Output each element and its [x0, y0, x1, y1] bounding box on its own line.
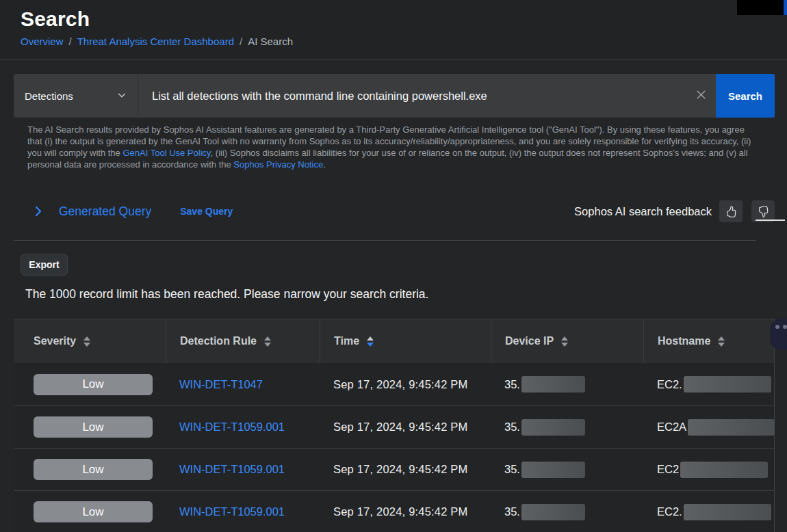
sophos-privacy-notice-link[interactable]: Sophos Privacy Notice	[233, 159, 323, 170]
device-ip-prefix: 35.	[504, 378, 520, 391]
section-divider	[14, 240, 756, 241]
column-header-hostname[interactable]: Hostname	[643, 319, 775, 363]
device-ip-cell: 35.	[491, 419, 643, 436]
generated-query-row: Generated Query Save Query Sophos AI sea…	[33, 200, 775, 222]
table-body: Low WIN-DET-T1047 Sep 17, 2024, 9:45:42 …	[14, 363, 774, 532]
blue-strip	[784, 0, 787, 15]
time-cell: Sep 17, 2024, 9:45:42 PM	[320, 421, 491, 434]
detection-rule-cell: WIN-DET-T1059.001	[166, 505, 320, 518]
thumbs-up-button[interactable]	[719, 200, 743, 222]
severity-cell: Low	[14, 416, 166, 438]
ai-disclaimer: The AI Search results provided by Sophos…	[27, 124, 761, 170]
disclaimer-text: .	[323, 159, 326, 170]
severity-badge: Low	[34, 416, 153, 438]
generated-query-toggle[interactable]: Generated Query	[59, 204, 151, 219]
redacted-box	[684, 504, 771, 520]
table-row: Low WIN-DET-T1059.001 Sep 17, 2024, 9:45…	[14, 448, 774, 490]
x-icon	[695, 89, 707, 103]
record-limit-message: The 1000 record limit has been reached. …	[25, 287, 787, 302]
table-header-row: Severity Detection Rule Time Device IP H…	[14, 319, 774, 363]
sort-desc-icon	[367, 336, 374, 347]
severity-badge: Low	[34, 501, 153, 522]
device-ip-prefix: 35.	[504, 421, 520, 434]
chevron-right-icon[interactable]	[33, 206, 44, 217]
severity-cell: Low	[14, 501, 166, 522]
search-button[interactable]: Search	[716, 74, 775, 118]
column-header-time[interactable]: Time	[320, 319, 491, 363]
device-ip-prefix: 35.	[504, 505, 520, 518]
top-right-overlay	[737, 0, 787, 15]
feedback-group: Sophos AI search feedback	[574, 200, 775, 222]
hostname-prefix: EC2.	[657, 505, 682, 518]
detection-rule-link[interactable]: WIN-DET-T1059.001	[179, 463, 285, 475]
time-cell: Sep 17, 2024, 9:45:42 PM	[320, 463, 491, 476]
detection-rule-cell: WIN-DET-T1059.001	[166, 463, 320, 476]
column-label: Device IP	[505, 335, 554, 347]
sort-icon	[83, 336, 90, 347]
table-row: Low WIN-DET-T1059.001 Sep 17, 2024, 9:45…	[14, 405, 774, 448]
dot-icon	[783, 325, 787, 329]
detection-rule-link[interactable]: WIN-DET-T1059.001	[179, 505, 285, 518]
device-ip-prefix: 35.	[504, 463, 520, 476]
device-ip-cell: 35.	[491, 462, 643, 478]
export-button[interactable]: Export	[21, 254, 68, 276]
breadcrumb-link-overview[interactable]: Overview	[21, 36, 64, 47]
dot-icon	[775, 325, 779, 329]
page-header: Search Overview / Threat Analysis Center…	[0, 0, 787, 60]
breadcrumb-link-threat-analysis-center[interactable]: Threat Analysis Center Dashboard	[77, 36, 234, 47]
hostname-cell: EC2.	[643, 504, 775, 520]
search-input[interactable]	[138, 74, 686, 118]
detection-rule-cell: WIN-DET-T1047	[166, 378, 320, 391]
white-line-artifact	[756, 220, 785, 221]
time-cell: Sep 17, 2024, 9:45:42 PM	[320, 505, 491, 518]
redacted-box	[521, 462, 585, 478]
chevron-down-icon	[117, 90, 127, 102]
table-row: Low WIN-DET-T1047 Sep 17, 2024, 9:45:42 …	[14, 363, 774, 405]
column-label: Time	[334, 335, 359, 347]
redacted-box	[521, 504, 585, 520]
severity-badge: Low	[34, 374, 153, 395]
search-category-select[interactable]: Detections	[14, 74, 138, 118]
column-label: Hostname	[658, 335, 710, 347]
hostname-prefix: EC2.	[657, 378, 682, 391]
results-table: Severity Detection Rule Time Device IP H…	[14, 319, 775, 532]
thumbs-up-icon	[725, 206, 737, 217]
search-bar: Detections Search	[14, 74, 775, 118]
device-ip-cell: 35.	[491, 376, 643, 393]
sort-icon	[561, 336, 568, 347]
detection-rule-link[interactable]: WIN-DET-T1047	[179, 378, 263, 390]
feedback-label: Sophos AI search feedback	[574, 205, 712, 218]
redacted-box	[688, 419, 775, 436]
breadcrumb-separator: /	[240, 36, 242, 47]
column-header-severity[interactable]: Severity	[14, 319, 166, 363]
sort-icon	[718, 336, 725, 347]
table-row: Low WIN-DET-T1059.001 Sep 17, 2024, 9:45…	[14, 490, 774, 532]
breadcrumb-separator: /	[69, 36, 72, 47]
detection-rule-link[interactable]: WIN-DET-T1059.001	[179, 421, 285, 433]
page-title: Search	[21, 8, 787, 31]
device-ip-cell: 35.	[491, 504, 643, 520]
column-label: Detection Rule	[180, 335, 257, 347]
severity-badge: Low	[34, 459, 153, 480]
search-section: Detections Search The AI Search results …	[14, 74, 775, 170]
column-label: Severity	[34, 335, 76, 347]
detection-rule-cell: WIN-DET-T1059.001	[166, 421, 320, 434]
genai-tool-use-policy-link[interactable]: GenAI Tool Use Policy	[122, 148, 210, 158]
severity-cell: Low	[14, 374, 166, 395]
clear-search-button[interactable]	[686, 74, 716, 118]
search-category-value: Detections	[25, 90, 73, 102]
sort-icon	[264, 336, 271, 347]
thumbs-down-icon	[758, 206, 769, 217]
hostname-cell: EC2	[643, 462, 775, 478]
severity-cell: Low	[14, 459, 166, 480]
column-header-detection-rule[interactable]: Detection Rule	[166, 319, 320, 363]
redacted-box	[521, 376, 585, 393]
hostname-cell: EC2A	[643, 419, 775, 436]
hostname-prefix: EC2	[657, 463, 679, 476]
redacted-box	[680, 462, 768, 478]
floating-widget-clipped[interactable]	[770, 319, 787, 350]
breadcrumb: Overview / Threat Analysis Center Dashbo…	[21, 36, 787, 47]
breadcrumb-current-ai-search: AI Search	[248, 36, 293, 47]
column-header-device-ip[interactable]: Device IP	[491, 319, 643, 363]
save-query-button[interactable]: Save Query	[180, 206, 233, 217]
